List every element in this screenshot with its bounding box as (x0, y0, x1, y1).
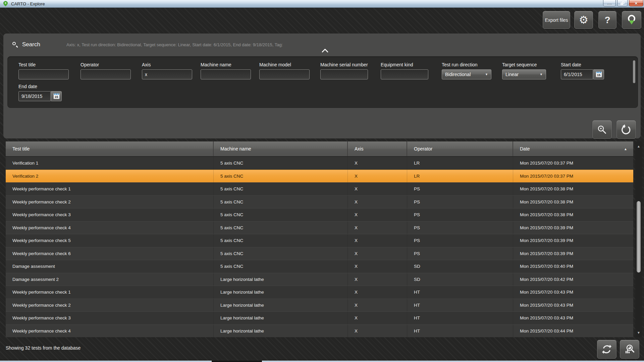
search-summary: Axis: x, Test run direction: Bidirection… (66, 42, 283, 47)
window-title: CARTO - Explore (11, 1, 45, 6)
start-date-calendar-button[interactable]: 15 (593, 69, 604, 79)
table-cell: Weekly performance check 3 (6, 312, 214, 324)
column-header-machine-name[interactable]: Machine name (214, 141, 348, 156)
table-cell: Mon 2015/07/20 03:37 PM (513, 170, 633, 183)
table-cell: Weekly performance check 1 (6, 183, 214, 195)
table-cell: X (348, 183, 407, 195)
column-label: Operator (414, 146, 432, 152)
minimize-button[interactable] (603, 0, 616, 6)
filter-field-test-title: Test title (18, 62, 69, 79)
carto-logo-button[interactable] (622, 11, 641, 29)
machine-serial-input[interactable] (320, 69, 368, 79)
table-row[interactable]: Weekly performance check 25 axis CNCXPSM… (6, 195, 633, 208)
machine-name-input[interactable] (201, 69, 251, 79)
refresh-results-button[interactable] (597, 340, 616, 359)
equipment-kind-input[interactable] (381, 69, 428, 79)
carto-explore-window: CARTO - Explore × Export files ⚙ ? (0, 0, 644, 362)
field-label: Axis (142, 62, 192, 67)
table-cell: Large horizontal lathe (214, 286, 348, 299)
start-date-input[interactable] (561, 69, 593, 79)
table-cell: SD (407, 260, 513, 273)
table-cell: Mon 2015/07/20 03:43 PM (513, 286, 633, 299)
run-search-button[interactable] (592, 120, 612, 139)
table-cell: Large horizontal lathe (214, 273, 348, 286)
table-cell: Mon 2015/07/20 03:39 PM (513, 234, 633, 247)
axis-input[interactable] (142, 69, 192, 79)
table-row[interactable]: Weekly performance check 3Large horizont… (6, 311, 633, 324)
table-cell: Large horizontal lathe (214, 312, 348, 324)
column-label: Test title (12, 146, 30, 152)
app-background: Export files ⚙ ? Search Axis: x, Tes (0, 8, 644, 362)
table-cell: PS (407, 222, 513, 234)
table-scrollbar[interactable]: ▲ ▼ (635, 141, 642, 337)
filter-field-axis: Axis (142, 62, 192, 79)
export-files-button[interactable]: Export files (543, 11, 570, 29)
export-files-label: Export files (545, 17, 568, 23)
column-header-operator[interactable]: Operator (407, 141, 513, 156)
end-date-calendar-button[interactable]: 15 (51, 91, 62, 101)
table-row[interactable]: Weekly performance check 2Large horizont… (6, 299, 633, 312)
table-cell: Large horizontal lathe (214, 325, 348, 338)
table-cell: Mon 2015/07/20 03:40 PM (513, 260, 633, 273)
table-row[interactable]: Weekly performance check 4Large horizont… (6, 324, 633, 338)
table-row[interactable]: Weekly performance check 45 axis CNCXPSM… (6, 221, 633, 234)
test-title-input[interactable] (18, 69, 69, 79)
analyze-magnifier-icon (624, 344, 635, 355)
review-data-button[interactable] (620, 340, 639, 359)
table-cell: LR (407, 170, 513, 183)
table-cell: Mon 2015/07/20 03:39 PM (513, 247, 633, 260)
restore-button[interactable] (617, 0, 628, 6)
sort-ascending-icon: ▲ (624, 147, 627, 151)
test-run-direction-select[interactable]: Bidirectional ▼ (442, 69, 491, 79)
table-cell: Weekly performance check 4 (6, 222, 214, 234)
machine-model-input[interactable] (259, 69, 310, 79)
table-row[interactable]: Weekly performance check 65 axis CNCXPSM… (6, 247, 633, 260)
target-sequence-select[interactable]: Linear ▼ (502, 69, 546, 79)
table-cell: X (348, 286, 407, 299)
table-row[interactable]: Weekly performance check 35 axis CNCXPSM… (6, 208, 633, 221)
help-button[interactable]: ? (598, 11, 616, 29)
carto-logo-icon (627, 15, 637, 25)
table-row[interactable]: Weekly performance check 1Large horizont… (6, 286, 633, 299)
table-cell: Mon 2015/07/20 03:44 PM (513, 325, 633, 338)
reset-icon (621, 124, 632, 135)
column-header-axis[interactable]: Axis (348, 141, 407, 156)
collapse-search-button[interactable] (321, 48, 329, 53)
field-label: Equipment kind (381, 62, 428, 67)
column-label: Axis (355, 146, 363, 152)
close-button[interactable]: × (629, 0, 643, 6)
scroll-up-icon[interactable]: ▲ (635, 143, 642, 149)
search-title: Search (22, 41, 40, 48)
operator-input[interactable] (80, 69, 131, 79)
scroll-down-icon[interactable]: ▼ (635, 329, 642, 336)
table-row[interactable]: Verification 25 axis CNCXLRMon 2015/07/2… (6, 170, 633, 183)
column-header-test-title[interactable]: Test title (6, 141, 214, 156)
field-label: Machine serial number (320, 62, 368, 67)
table-row[interactable]: Verification 15 axis CNCXLRMon 2015/07/2… (6, 157, 633, 170)
table-cell: PS (407, 208, 513, 221)
table-cell: Mon 2015/07/20 03:43 PM (513, 299, 633, 312)
column-header-date[interactable]: Date ▲ (513, 141, 633, 156)
table-cell: Weekly performance check 5 (6, 234, 214, 247)
table-cell: Mon 2015/07/20 03:39 PM (513, 222, 633, 234)
filter-field-test-run-direction: Test run direction Bidirectional ▼ (442, 62, 491, 79)
table-row[interactable]: Weekly performance check 55 axis CNCXPSM… (6, 234, 633, 247)
table-row[interactable]: Damage assessment 2Large horizontal lath… (6, 273, 633, 286)
reset-search-button[interactable] (616, 120, 636, 139)
end-date-input[interactable] (18, 91, 51, 101)
taskbar-notch (211, 361, 262, 362)
table-cell: HT (407, 299, 513, 312)
table-body: Verification 15 axis CNCXLRMon 2015/07/2… (6, 157, 633, 337)
filter-panel-scrollbar[interactable] (633, 60, 635, 83)
table-cell: X (348, 234, 407, 247)
table-cell: Large horizontal lathe (214, 299, 348, 312)
scrollbar-thumb[interactable] (637, 201, 641, 273)
table-cell: SD (407, 273, 513, 286)
table-row[interactable]: Damage assessment5 axis CNCXSDMon 2015/0… (6, 260, 633, 273)
table-row[interactable]: Weekly performance check 15 axis CNCXPSM… (6, 182, 633, 195)
settings-button[interactable]: ⚙ (574, 11, 593, 29)
table-cell: Weekly performance check 2 (6, 196, 214, 208)
table-cell: Damage assessment 2 (6, 273, 214, 286)
filter-panel: Test title Operator Axis Machine name Ma… (7, 56, 638, 108)
table-cell: Mon 2015/07/20 03:43 PM (513, 312, 633, 324)
